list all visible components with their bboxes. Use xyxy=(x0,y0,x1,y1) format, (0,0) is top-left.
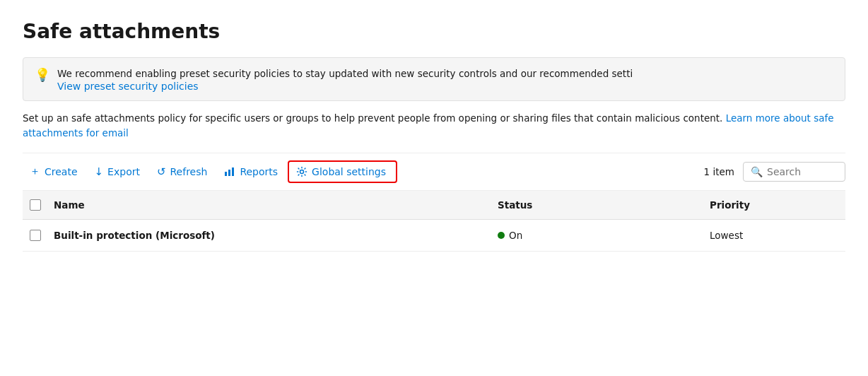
search-input[interactable] xyxy=(767,166,838,177)
export-button[interactable]: ↓ Export xyxy=(88,161,150,182)
header-priority: Priority xyxy=(704,196,845,213)
lightbulb-icon: 💡 xyxy=(35,67,50,82)
row-name[interactable]: Built-in protection (Microsoft) xyxy=(48,227,492,244)
plus-icon: ＋ xyxy=(30,165,40,178)
refresh-button[interactable]: ↺ Refresh xyxy=(150,161,217,182)
export-label: Export xyxy=(107,166,140,177)
global-settings-button[interactable]: Global settings xyxy=(288,160,397,183)
svg-rect-2 xyxy=(232,168,234,176)
export-icon: ↓ xyxy=(95,165,104,178)
create-label: Create xyxy=(45,166,78,177)
reports-icon xyxy=(224,166,235,177)
refresh-label: Refresh xyxy=(170,166,208,177)
toolbar: ＋ Create ↓ Export ↺ Refresh Reports xyxy=(23,153,845,190)
gear-icon xyxy=(296,166,307,177)
row-status: On xyxy=(492,227,704,244)
header-status: Status xyxy=(492,196,704,213)
description: Set up an safe attachments policy for sp… xyxy=(23,111,845,140)
header-checkbox[interactable] xyxy=(30,199,41,211)
row-priority: Lowest xyxy=(704,227,845,244)
svg-point-3 xyxy=(300,170,304,173)
description-text: Set up an safe attachments policy for sp… xyxy=(23,112,726,124)
page-container: Safe attachments 💡 We recommend enabling… xyxy=(0,0,868,252)
info-banner-content: We recommend enabling preset security po… xyxy=(57,66,633,92)
reports-label: Reports xyxy=(240,166,278,177)
table: Name Status Priority Built-in protection… xyxy=(23,190,845,252)
row-checkbox[interactable] xyxy=(30,230,41,241)
info-banner-text: We recommend enabling preset security po… xyxy=(57,68,633,79)
svg-rect-0 xyxy=(225,172,227,176)
reports-button[interactable]: Reports xyxy=(217,162,288,182)
table-header: Name Status Priority xyxy=(23,191,845,220)
svg-rect-1 xyxy=(228,170,230,176)
page-title: Safe attachments xyxy=(23,20,845,43)
header-checkbox-cell xyxy=(23,196,48,213)
header-name: Name xyxy=(48,196,492,213)
row-checkbox-cell xyxy=(23,227,48,244)
search-icon: 🔍 xyxy=(751,166,763,177)
global-settings-label: Global settings xyxy=(312,166,386,177)
preset-security-link[interactable]: View preset security policies xyxy=(57,81,199,92)
info-banner: 💡 We recommend enabling preset security … xyxy=(23,57,845,101)
status-text: On xyxy=(509,230,522,241)
refresh-icon: ↺ xyxy=(157,165,166,178)
table-row: Built-in protection (Microsoft) On Lowes… xyxy=(23,220,845,252)
item-count: 1 item xyxy=(704,166,734,177)
search-box: 🔍 xyxy=(743,162,845,182)
create-button[interactable]: ＋ Create xyxy=(23,160,88,182)
status-dot xyxy=(498,232,505,239)
